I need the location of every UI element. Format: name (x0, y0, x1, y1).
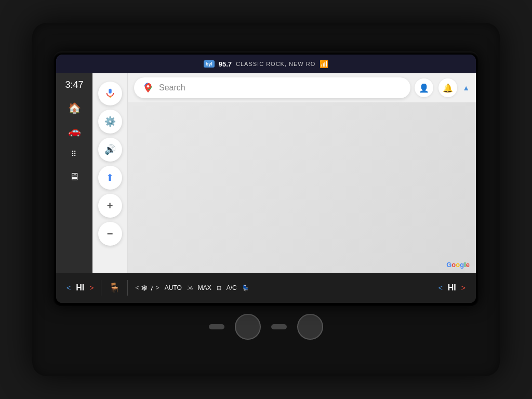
navigation-icon: ⬆ (106, 172, 114, 183)
fan-icon: ❄ (141, 283, 148, 293)
radio-info: byl 95.7 CLASSIC ROCK, NEW RO 📶 (204, 60, 329, 68)
defrost-button[interactable]: 🌬 (187, 285, 193, 291)
google-letter-e: e (466, 261, 470, 269)
home-icon: 🏠 (68, 102, 81, 114)
fan-increase[interactable]: > (156, 284, 159, 291)
defrost-icon: 🌬 (187, 285, 193, 291)
audio-icon: 🔊 (104, 144, 116, 155)
hvac-divider-2 (127, 280, 128, 296)
hvac-bar: < HI > 🪑 < ❄ 7 > AUTO (56, 273, 476, 303)
physical-button-2[interactable] (271, 324, 287, 329)
right-temp-decrease[interactable]: < (438, 284, 443, 292)
google-letter-o2: o (456, 261, 460, 269)
left-temp-decrease[interactable]: < (66, 284, 71, 292)
physical-controls-area (53, 306, 479, 348)
radio-station-name: CLASSIC ROCK, NEW RO (236, 61, 315, 67)
map-display[interactable]: Google (128, 102, 476, 273)
car-infotainment-frame: byl 95.7 CLASSIC ROCK, NEW RO 📶 3:47 🏠 🚗 (32, 23, 500, 376)
svg-rect-0 (109, 89, 112, 94)
sidebar-item-home[interactable]: 🏠 (64, 98, 85, 118)
left-temp-control: < HI > (66, 283, 94, 292)
apps-icon: ⠿ (71, 150, 77, 158)
search-placeholder: Search (159, 83, 402, 92)
max-label[interactable]: MAX (198, 284, 211, 291)
account-button[interactable]: 👤 (415, 78, 433, 97)
bell-icon: 🔔 (443, 83, 453, 93)
sidebar-item-apps[interactable]: ⠿ (64, 143, 85, 164)
screen-outer-bezel: byl 95.7 CLASSIC ROCK, NEW RO 📶 3:47 🏠 🚗 (53, 51, 479, 306)
radio-badge: byl (204, 60, 215, 68)
zoom-in-button[interactable]: + (98, 194, 122, 218)
fan-speed-value: 7 (150, 284, 153, 292)
minus-icon: − (107, 228, 113, 240)
maps-pin-icon (142, 82, 154, 94)
physical-knob-2[interactable] (297, 314, 323, 340)
time-display: 3:47 (65, 79, 83, 90)
physical-button-1[interactable] (209, 324, 224, 329)
svg-point-2 (147, 85, 150, 88)
auto-mode-label[interactable]: AUTO (165, 284, 182, 291)
zoom-out-button[interactable]: − (98, 222, 122, 246)
settings-icon: ⚙️ (104, 116, 116, 127)
sidebar-item-media[interactable]: 🖥 (64, 166, 85, 187)
audio-button[interactable]: 🔊 (98, 138, 122, 162)
notification-button[interactable]: 🔔 (438, 78, 457, 97)
navigation-button[interactable]: ⬆ (98, 166, 122, 190)
right-temp-control: < HI > (438, 283, 466, 292)
google-letter-g2: g (460, 261, 464, 269)
main-content-area: 3:47 🏠 🚗 ⠿ 🖥 (56, 73, 476, 273)
signal-icon: 📶 (320, 60, 328, 68)
rear-defrost-icon: ⊟ (217, 285, 221, 291)
nav-direction-icon: ▲ (462, 84, 470, 92)
rear-defrost-button[interactable]: ⊟ (217, 285, 221, 291)
map-top-bar: Search 👤 🔔 ▲ (128, 73, 476, 102)
right-temp-increase[interactable]: > (461, 284, 466, 292)
seat-heat-control[interactable]: 🪑 (109, 282, 120, 294)
settings-button[interactable]: ⚙️ (98, 110, 122, 134)
fan-decrease[interactable]: < (135, 284, 139, 291)
hvac-divider-1 (101, 280, 101, 296)
seat-cool-icon: 💺 (242, 285, 249, 291)
car-icon: 🚗 (68, 125, 81, 137)
seat-heat-icon: 🪑 (109, 282, 120, 294)
account-icon: 👤 (419, 83, 429, 93)
top-right-icons: 👤 🔔 ▲ (415, 78, 470, 97)
ac-label[interactable]: A/C (227, 284, 237, 291)
media-icon: 🖥 (69, 171, 79, 183)
fan-speed-control: < ❄ 7 > (135, 283, 159, 293)
left-temp-value: HI (73, 283, 87, 292)
mic-icon (104, 88, 116, 99)
middle-panel: ⚙️ 🔊 ⬆ + − (92, 73, 128, 273)
radio-status-bar: byl 95.7 CLASSIC ROCK, NEW RO 📶 (56, 55, 476, 73)
google-letter-g: G (446, 261, 451, 269)
seat-cool-button[interactable]: 💺 (242, 285, 249, 291)
search-bar[interactable]: Search (134, 77, 410, 98)
google-watermark: Google (446, 261, 470, 269)
assistant-mic-button[interactable] (98, 82, 122, 105)
left-sidebar: 3:47 🏠 🚗 ⠿ 🖥 (56, 73, 92, 273)
radio-frequency: 95.7 (219, 60, 232, 68)
map-area: Search 👤 🔔 ▲ (128, 73, 476, 273)
right-temp-value: HI (445, 283, 459, 292)
left-temp-increase[interactable]: > (89, 284, 94, 292)
sidebar-item-car[interactable]: 🚗 (64, 121, 85, 141)
physical-knob-1[interactable] (235, 314, 261, 340)
plus-icon: + (107, 200, 113, 212)
screen-inner: byl 95.7 CLASSIC ROCK, NEW RO 📶 3:47 🏠 🚗 (56, 55, 476, 303)
